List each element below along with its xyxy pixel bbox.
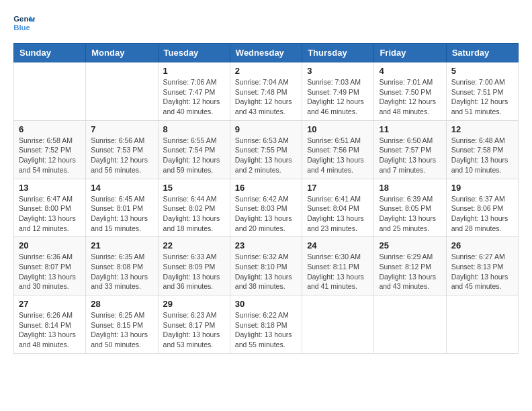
day-number: 16 (235, 183, 297, 193)
day-info: Sunrise: 6:58 AMSunset: 7:52 PMDaylight:… (19, 136, 81, 175)
day-cell (14, 62, 86, 121)
day-info: Sunrise: 6:45 AMSunset: 8:01 PMDaylight:… (91, 194, 152, 234)
day-number: 22 (163, 240, 225, 250)
svg-text:Blue: Blue (13, 24, 30, 32)
day-cell: 10Sunrise: 6:51 AMSunset: 7:56 PMDayligh… (302, 120, 374, 179)
day-info: Sunrise: 6:53 AMSunset: 7:55 PMDaylight:… (235, 136, 297, 175)
day-number: 17 (307, 183, 369, 193)
day-cell: 17Sunrise: 6:41 AMSunset: 8:04 PMDayligh… (302, 179, 374, 237)
day-cell: 18Sunrise: 6:39 AMSunset: 8:05 PMDayligh… (374, 179, 446, 237)
week-row-2: 6Sunrise: 6:58 AMSunset: 7:52 PMDaylight… (14, 120, 519, 179)
day-cell (302, 295, 374, 354)
day-number: 14 (91, 183, 152, 193)
day-info: Sunrise: 6:55 AMSunset: 7:54 PMDaylight:… (163, 136, 225, 175)
day-number: 5 (451, 66, 513, 76)
day-cell: 20Sunrise: 6:36 AMSunset: 8:07 PMDayligh… (14, 237, 86, 295)
day-cell: 23Sunrise: 6:32 AMSunset: 8:10 PMDayligh… (230, 237, 302, 295)
day-info: Sunrise: 7:03 AMSunset: 7:49 PMDaylight:… (307, 77, 369, 117)
day-cell: 22Sunrise: 6:33 AMSunset: 8:09 PMDayligh… (158, 237, 230, 295)
day-cell: 24Sunrise: 6:30 AMSunset: 8:11 PMDayligh… (302, 237, 374, 295)
day-number: 9 (235, 124, 297, 134)
day-info: Sunrise: 6:44 AMSunset: 8:02 PMDaylight:… (163, 194, 225, 234)
day-info: Sunrise: 6:35 AMSunset: 8:08 PMDaylight:… (91, 252, 152, 291)
day-number: 26 (451, 240, 513, 250)
day-number: 3 (307, 66, 369, 76)
day-cell: 28Sunrise: 6:25 AMSunset: 8:15 PMDayligh… (86, 295, 158, 354)
day-info: Sunrise: 6:25 AMSunset: 8:15 PMDaylight:… (91, 310, 152, 350)
day-info: Sunrise: 6:32 AMSunset: 8:10 PMDaylight:… (235, 252, 297, 291)
day-cell: 8Sunrise: 6:55 AMSunset: 7:54 PMDaylight… (158, 120, 230, 179)
day-number: 12 (451, 124, 513, 134)
weekday-header-tuesday: Tuesday (158, 44, 230, 62)
day-info: Sunrise: 7:06 AMSunset: 7:47 PMDaylight:… (163, 77, 225, 117)
day-cell: 27Sunrise: 6:26 AMSunset: 8:14 PMDayligh… (14, 295, 86, 354)
day-number: 20 (19, 240, 81, 250)
day-cell: 7Sunrise: 6:56 AMSunset: 7:53 PMDaylight… (86, 120, 158, 179)
day-info: Sunrise: 6:23 AMSunset: 8:17 PMDaylight:… (163, 310, 225, 350)
day-info: Sunrise: 6:51 AMSunset: 7:56 PMDaylight:… (307, 136, 369, 175)
day-number: 25 (379, 240, 441, 250)
day-info: Sunrise: 6:50 AMSunset: 7:57 PMDaylight:… (379, 136, 441, 175)
day-cell: 11Sunrise: 6:50 AMSunset: 7:57 PMDayligh… (374, 120, 446, 179)
day-cell: 19Sunrise: 6:37 AMSunset: 8:06 PMDayligh… (446, 179, 518, 237)
day-info: Sunrise: 6:30 AMSunset: 8:11 PMDaylight:… (307, 252, 369, 291)
day-cell: 13Sunrise: 6:47 AMSunset: 8:00 PMDayligh… (14, 179, 86, 237)
day-cell: 14Sunrise: 6:45 AMSunset: 8:01 PMDayligh… (86, 179, 158, 237)
weekday-header-saturday: Saturday (446, 44, 518, 62)
day-info: Sunrise: 6:56 AMSunset: 7:53 PMDaylight:… (91, 136, 152, 175)
day-number: 27 (19, 299, 81, 309)
day-cell: 12Sunrise: 6:48 AMSunset: 7:58 PMDayligh… (446, 120, 518, 179)
day-number: 15 (163, 183, 225, 193)
weekday-header-monday: Monday (86, 44, 158, 62)
day-cell: 6Sunrise: 6:58 AMSunset: 7:52 PMDaylight… (14, 120, 86, 179)
day-cell: 3Sunrise: 7:03 AMSunset: 7:49 PMDaylight… (302, 62, 374, 121)
day-cell: 15Sunrise: 6:44 AMSunset: 8:02 PMDayligh… (158, 179, 230, 237)
day-info: Sunrise: 6:33 AMSunset: 8:09 PMDaylight:… (163, 252, 225, 291)
day-cell: 4Sunrise: 7:01 AMSunset: 7:50 PMDaylight… (374, 62, 446, 121)
day-number: 18 (379, 183, 441, 193)
day-info: Sunrise: 6:37 AMSunset: 8:06 PMDaylight:… (451, 194, 513, 234)
week-row-1: 1Sunrise: 7:06 AMSunset: 7:47 PMDaylight… (14, 62, 519, 121)
day-cell: 2Sunrise: 7:04 AMSunset: 7:48 PMDaylight… (230, 62, 302, 121)
day-cell: 26Sunrise: 6:27 AMSunset: 8:13 PMDayligh… (446, 237, 518, 295)
day-info: Sunrise: 6:27 AMSunset: 8:13 PMDaylight:… (451, 252, 513, 291)
day-number: 6 (19, 124, 81, 134)
weekday-header-friday: Friday (374, 44, 446, 62)
day-info: Sunrise: 7:01 AMSunset: 7:50 PMDaylight:… (379, 77, 441, 117)
week-row-3: 13Sunrise: 6:47 AMSunset: 8:00 PMDayligh… (14, 179, 519, 237)
day-cell: 5Sunrise: 7:00 AMSunset: 7:51 PMDaylight… (446, 62, 518, 121)
calendar: SundayMondayTuesdayWednesdayThursdayFrid… (13, 43, 519, 354)
day-info: Sunrise: 7:00 AMSunset: 7:51 PMDaylight:… (451, 77, 513, 117)
day-number: 30 (235, 299, 297, 309)
day-cell: 16Sunrise: 6:42 AMSunset: 8:03 PMDayligh… (230, 179, 302, 237)
day-info: Sunrise: 6:47 AMSunset: 8:00 PMDaylight:… (19, 194, 81, 234)
day-number: 28 (91, 299, 152, 309)
day-info: Sunrise: 6:42 AMSunset: 8:03 PMDaylight:… (235, 194, 297, 234)
logo-icon: General Blue (13, 13, 35, 32)
page-header: General Blue (13, 13, 519, 32)
weekday-header-row: SundayMondayTuesdayWednesdayThursdayFrid… (14, 44, 519, 62)
day-cell: 25Sunrise: 6:29 AMSunset: 8:12 PMDayligh… (374, 237, 446, 295)
day-info: Sunrise: 6:36 AMSunset: 8:07 PMDaylight:… (19, 252, 81, 291)
weekday-header-sunday: Sunday (14, 44, 86, 62)
day-number: 7 (91, 124, 152, 134)
day-number: 13 (19, 183, 81, 193)
day-cell: 9Sunrise: 6:53 AMSunset: 7:55 PMDaylight… (230, 120, 302, 179)
day-info: Sunrise: 6:39 AMSunset: 8:05 PMDaylight:… (379, 194, 441, 234)
day-number: 23 (235, 240, 297, 250)
day-number: 1 (163, 66, 225, 76)
logo: General Blue (13, 13, 38, 32)
week-row-5: 27Sunrise: 6:26 AMSunset: 8:14 PMDayligh… (14, 295, 519, 354)
day-number: 24 (307, 240, 369, 250)
day-info: Sunrise: 6:29 AMSunset: 8:12 PMDaylight:… (379, 252, 441, 291)
weekday-header-wednesday: Wednesday (230, 44, 302, 62)
day-cell: 21Sunrise: 6:35 AMSunset: 8:08 PMDayligh… (86, 237, 158, 295)
day-info: Sunrise: 6:48 AMSunset: 7:58 PMDaylight:… (451, 136, 513, 175)
day-cell: 30Sunrise: 6:22 AMSunset: 8:18 PMDayligh… (230, 295, 302, 354)
day-info: Sunrise: 6:26 AMSunset: 8:14 PMDaylight:… (19, 310, 81, 350)
day-cell (86, 62, 158, 121)
day-cell: 1Sunrise: 7:06 AMSunset: 7:47 PMDaylight… (158, 62, 230, 121)
day-info: Sunrise: 6:22 AMSunset: 8:18 PMDaylight:… (235, 310, 297, 350)
day-number: 21 (91, 240, 152, 250)
day-info: Sunrise: 6:41 AMSunset: 8:04 PMDaylight:… (307, 194, 369, 234)
